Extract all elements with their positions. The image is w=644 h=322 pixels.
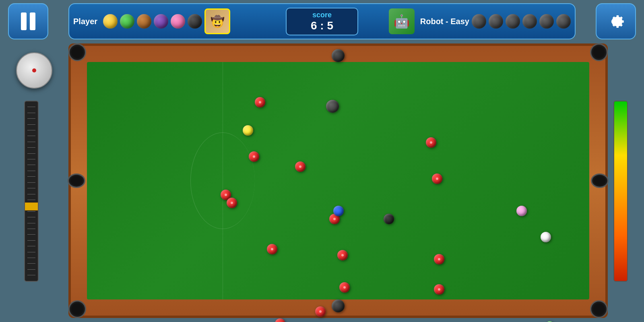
ball-black_ball — [326, 100, 339, 113]
ball-red5 — [295, 161, 305, 172]
table-rail — [68, 43, 608, 318]
ball-pink_ball — [516, 206, 527, 216]
ball-red4 — [227, 198, 237, 208]
pocket-top-left — [68, 43, 86, 61]
baulk-arc — [190, 132, 255, 229]
pocket-middle-right — [591, 173, 609, 188]
robot-ball-3 — [506, 14, 520, 29]
ball-red16 — [434, 284, 444, 295]
ball-red9 — [339, 282, 350, 293]
power-slider[interactable] — [24, 101, 39, 282]
settings-button[interactable] — [596, 3, 636, 39]
slider-handle[interactable] — [24, 202, 39, 211]
power-meter — [613, 101, 628, 282]
player-ball-pink — [171, 14, 185, 29]
player-section: Player 🤠 — [73, 8, 286, 34]
ball-yellow1 — [243, 125, 253, 136]
ball-red14 — [432, 173, 442, 184]
table-felt[interactable] — [87, 62, 589, 299]
ball-black2 — [384, 214, 394, 224]
robot-ball-6 — [556, 14, 571, 29]
robot-ball-1 — [472, 14, 486, 29]
pause-button[interactable] — [8, 3, 48, 39]
robot-ball-5 — [539, 14, 554, 29]
player-label: Player — [73, 17, 97, 26]
ball-white_ball — [541, 232, 551, 242]
robot-avatar: 🤖 — [389, 8, 415, 34]
score-label: score — [296, 11, 348, 19]
player-avatar: 🤠 — [204, 8, 230, 34]
ball-red7 — [337, 250, 348, 260]
player-ball-green — [120, 14, 134, 29]
pocket-bottom-right — [590, 300, 608, 318]
bottom-pocket-ball — [332, 299, 345, 312]
ball-red1 — [255, 97, 265, 107]
slider-ticks — [25, 101, 38, 281]
player-ball-purple — [154, 14, 168, 29]
score-section: score 6 : 5 — [286, 8, 358, 35]
robot-ball-2 — [489, 14, 503, 29]
top-pocket-ball — [332, 49, 345, 62]
pocket-middle-left — [68, 173, 85, 188]
ball-red8 — [267, 244, 277, 254]
pocket-bottom-left — [68, 300, 86, 318]
ball-red15 — [434, 254, 444, 264]
aim-dot — [32, 68, 36, 72]
ball-red10 — [315, 306, 326, 317]
cue-ball-control[interactable] — [16, 52, 52, 89]
robot-ball-4 — [522, 14, 537, 29]
player-ball-black — [188, 14, 202, 29]
gear-icon — [605, 10, 627, 33]
ball-red13 — [426, 137, 436, 148]
pocket-top-right — [590, 43, 608, 61]
billiard-table[interactable] — [68, 43, 608, 318]
robot-label: Robot - Easy — [420, 17, 469, 26]
pause-icon — [21, 12, 35, 30]
player-ball-yellow — [103, 14, 118, 29]
ball-red2 — [249, 151, 259, 162]
player-ball-brown — [137, 14, 151, 29]
score-value: 6 : 5 — [296, 19, 348, 32]
ball-blue_ball — [333, 206, 344, 216]
game-header: Player 🤠 score 6 : 5 🤖 Robot - Easy — [68, 3, 576, 39]
robot-section: 🤖 Robot - Easy — [358, 8, 571, 34]
ball-red11 — [275, 318, 285, 322]
